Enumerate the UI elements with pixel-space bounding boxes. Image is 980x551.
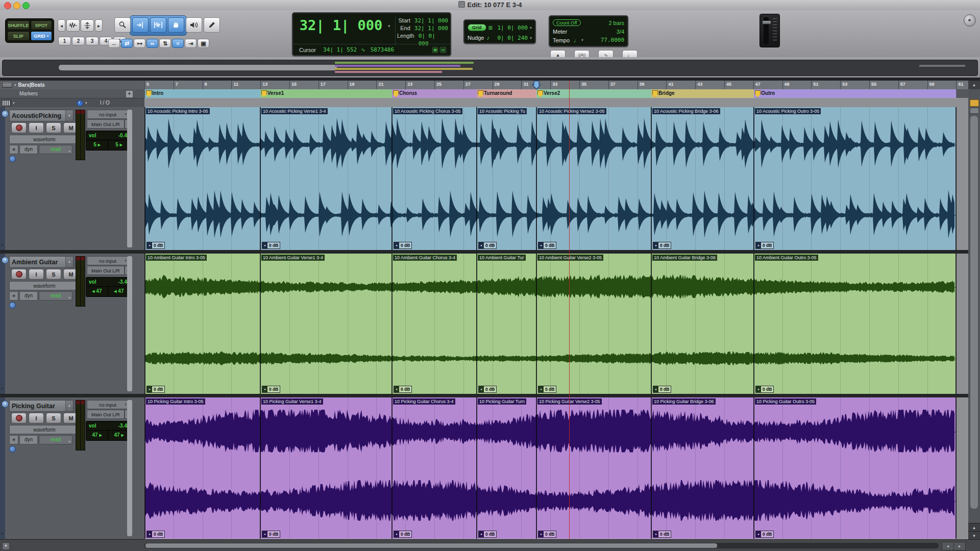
clip-gain-badge[interactable]: ●0 dB [538, 242, 556, 249]
zoomer-tool[interactable] [114, 17, 131, 33]
track-name-dropdown-icon[interactable]: ▾ [65, 257, 73, 267]
output-fader[interactable] [760, 14, 780, 47]
track-name-field[interactable]: AcousticPicking▾ [9, 110, 74, 121]
marker-section-verse1[interactable]: Verse1 [260, 89, 393, 98]
clip-gain-badge[interactable]: ●0 dB [146, 242, 165, 249]
track-view-selector[interactable]: waveform▾ [9, 281, 80, 290]
tempo-note-icon[interactable]: ♩ [574, 37, 579, 43]
scroll-down-icon[interactable]: ▼ [968, 531, 980, 540]
nudge-value[interactable]: 0| 0| 240 [497, 35, 528, 41]
group-expand-icon[interactable]: ▸ [2, 386, 4, 391]
countoff-value[interactable]: 2 bars [608, 20, 624, 26]
clip-gain-badge[interactable]: ●0 dB [755, 386, 774, 393]
main-counter-value[interactable]: 32| 1| 000 [296, 17, 386, 33]
automation-mode-button[interactable]: read▾ [39, 435, 72, 444]
meter-value[interactable]: 3/4 [617, 29, 624, 35]
track-view-selector[interactable]: waveform▾ [9, 135, 80, 144]
toolbar-options-icon[interactable] [964, 14, 976, 27]
clip-gain-badge[interactable]: ●0 dB [653, 386, 671, 393]
solo-button[interactable]: S [46, 122, 61, 133]
timebase-icon[interactable] [9, 446, 16, 453]
marker-flag-icon[interactable] [755, 90, 761, 97]
track-lane-3[interactable]: 10 Picking Guitar Intro 3-05●0 dB10 Pick… [144, 397, 968, 539]
header-resize-strip[interactable] [127, 256, 132, 391]
markers-ruler[interactable]: IntroVerse1ChorusTurnaroundVerse2BridgeO… [144, 89, 968, 98]
output-selector[interactable]: Main Out L/R [87, 410, 125, 419]
clip-gain-badge[interactable]: ●0 dB [146, 531, 165, 538]
elastic-audio-icon[interactable]: ∗ [9, 291, 18, 300]
automation-mode-button[interactable]: read▾ [39, 145, 72, 154]
track-list-icon[interactable] [2, 100, 11, 106]
automation-follows-edit-icon[interactable]: ⇥ [185, 39, 197, 48]
grid-button[interactable]: Grid [468, 24, 486, 31]
scroll-up-icon[interactable]: ▲ [968, 523, 980, 532]
end-value[interactable]: 32| 1| 000 [414, 24, 448, 32]
universe-scroll-thumb[interactable] [59, 65, 337, 70]
horizontal-scrollbar[interactable] [144, 543, 939, 548]
solo-button[interactable]: S [46, 413, 61, 423]
marker-flag-icon[interactable] [652, 90, 658, 97]
fader-thumb-icon[interactable] [762, 20, 771, 24]
clip-gain-badge[interactable]: ●0 dB [146, 386, 165, 393]
insertion-follows-playback-icon[interactable]: ≡ [172, 39, 184, 48]
clock-dropdown-icon[interactable]: ▾ [85, 101, 87, 105]
clip-gain-badge[interactable]: ●0 dB [755, 242, 774, 249]
timebase-clock-icon[interactable] [77, 100, 83, 107]
track-name-field[interactable]: Ambient Guitar▾ [9, 256, 74, 268]
countoff-button[interactable]: Count Off [553, 19, 581, 26]
horizontal-scroll-thumb[interactable] [145, 543, 717, 548]
scroll-right-icon[interactable]: ▸ [953, 542, 966, 550]
mirrored-editing-icon[interactable]: ⊶ [134, 39, 145, 48]
dyn-button[interactable]: dyn [19, 145, 38, 154]
grid-value-icon[interactable]: ▥ [488, 25, 493, 30]
dyn-button[interactable]: dyn [19, 435, 38, 444]
input-monitor-button[interactable]: I [29, 269, 44, 280]
playhead-marker-icon[interactable] [532, 81, 541, 90]
record-enable-button[interactable] [11, 269, 27, 280]
clip-gain-badge[interactable]: ●0 dB [262, 242, 280, 249]
clip-gain-badge[interactable]: ●0 dB [538, 531, 556, 538]
clip-gain-badge[interactable]: ●0 dB [478, 386, 497, 393]
ruler-dropdown-icon[interactable]: ▾ [14, 83, 16, 87]
record-enable-button[interactable] [11, 122, 27, 133]
clip-gain-badge[interactable]: ●0 dB [262, 531, 280, 538]
clip-gain-badge[interactable]: ●0 dB [755, 531, 774, 538]
scrubber-tool[interactable] [186, 17, 202, 33]
clip-display-icon[interactable]: ▤ [440, 47, 446, 53]
nudge-dropdown-icon[interactable]: ▾ [530, 36, 532, 40]
start-value[interactable]: 32| 1| 000 [414, 17, 448, 24]
edit-mode-slip[interactable]: SLIP [7, 31, 30, 41]
track-header-1[interactable]: ▾AcousticPicking▾ISMwaveform▾∗dynread▾no… [0, 107, 144, 250]
track-collapse-icon[interactable]: ▾ [2, 110, 9, 117]
track-header-2[interactable]: ▾Ambient Guitar▾ISMwaveform▾∗dynread▾no … [0, 254, 144, 394]
add-track-icon[interactable]: + [2, 542, 10, 550]
marker-flag-icon[interactable] [393, 90, 399, 97]
tempo-value[interactable]: 77.0000 [601, 37, 624, 43]
marker-flag-icon[interactable] [478, 90, 483, 97]
midi-zoom-button[interactable] [81, 19, 94, 32]
audio-zoom-button[interactable] [66, 19, 80, 32]
volume-pan-panel[interactable]: vol-3.4◂ 47◂ 47 [86, 277, 130, 297]
clip-gain-badge[interactable]: ●0 dB [262, 386, 280, 393]
header-resize-strip[interactable] [127, 400, 132, 536]
input-selector[interactable]: no input▾ [87, 110, 129, 119]
track-color-tab[interactable] [0, 107, 5, 250]
grid-value[interactable]: 1| 0| 000 [497, 24, 528, 31]
track-view-selector[interactable]: waveform▾ [9, 425, 80, 434]
marker-flag-icon[interactable] [537, 90, 543, 97]
marker-section-chorus[interactable]: Chorus [392, 89, 477, 98]
track-color-tab[interactable] [0, 254, 5, 394]
clip-gain-badge[interactable]: ●0 dB [394, 242, 412, 249]
clip-gain-badge[interactable]: ●0 dB [538, 386, 556, 393]
header-resize-strip[interactable] [127, 110, 132, 247]
zoom-out-button[interactable]: ◂ [58, 19, 65, 32]
input-monitor-button[interactable]: I [29, 122, 44, 133]
elastic-audio-icon[interactable]: ∗ [9, 145, 18, 154]
zoom-preset-1[interactable]: 1 [58, 37, 71, 45]
counter-dropdown-icon[interactable]: ▾ [388, 23, 390, 29]
zoom-preset-3[interactable]: 3 [86, 37, 99, 45]
output-selector[interactable]: Main Out L/R [87, 266, 125, 275]
timebase-icon[interactable] [9, 156, 16, 162]
marker-flag-icon[interactable] [261, 90, 267, 97]
marker-section-outro[interactable]: Outro [754, 89, 957, 98]
